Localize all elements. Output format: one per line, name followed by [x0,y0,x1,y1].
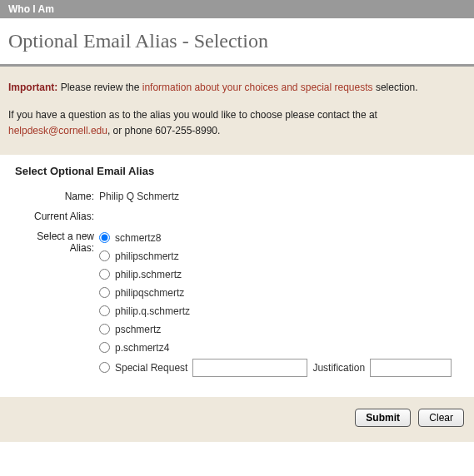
alias-option-label: philip.q.schmertz [115,304,190,319]
alias-radio[interactable] [99,287,110,298]
phone-tail: , or phone 607-255-8990. [107,125,220,136]
select-alias-label-line1: Select a new [37,231,94,242]
alias-option[interactable]: schmertz8 [99,231,459,245]
alias-option-label: philip.schmertz [115,267,182,282]
page-title: Optional Email Alias - Selection [8,30,466,52]
alias-radio[interactable] [99,232,110,243]
name-row: Name: Philip Q Schmertz [15,191,459,202]
important-label: Important: [8,82,57,93]
alias-option-label: pschmertz [115,322,161,337]
form-heading: Select Optional Email Alias [15,165,459,177]
button-bar: Submit Clear [0,397,474,442]
name-label: Name: [15,191,99,202]
important-lead: Please review the [57,82,142,93]
alias-option[interactable]: philipschmertz [99,249,459,264]
name-value: Philip Q Schmertz [99,191,459,202]
justification-input[interactable] [370,359,452,377]
alias-radio-group: schmertz8philipschmertzphilip.schmertzph… [99,231,459,377]
alias-option-label: philipqschmertz [115,285,184,300]
form-panel: Select Optional Email Alias Name: Philip… [8,155,466,397]
alias-radio[interactable] [99,250,110,261]
alias-option[interactable]: pschmertz [99,322,459,337]
submit-button[interactable]: Submit [355,409,411,427]
important-tail: selection. [373,82,418,93]
alias-radio[interactable] [99,342,110,353]
justification-label: Justification [312,362,365,374]
important-paragraph: Important: Please review the information… [8,80,466,96]
alias-option[interactable]: philip.schmertz [99,267,459,282]
current-alias-value [99,211,459,222]
alias-option-label: philipschmertz [115,249,179,264]
select-alias-row: Select a new Alias: schmertz8philipschme… [15,231,459,377]
alias-option-special-request[interactable]: Special RequestJustification [99,359,459,377]
alias-option[interactable]: philipqschmertz [99,285,459,300]
top-bar: Who I Am [0,0,474,18]
app-title: Who I Am [8,3,54,15]
alias-option-label: p.schmertz4 [115,340,169,355]
alias-radio[interactable] [99,305,110,316]
alias-radio[interactable] [99,269,110,280]
alias-option[interactable]: p.schmertz4 [99,340,459,355]
alias-option[interactable]: philip.q.schmertz [99,304,459,319]
select-alias-label: Select a new Alias: [15,231,99,254]
title-area: Optional Email Alias - Selection [0,18,474,64]
select-alias-label-line2: Alias: [70,242,94,254]
question-paragraph: If you have a question as to the alias y… [8,107,466,139]
alias-option-label: Special Request [115,362,187,374]
question-lead: If you have a question as to the alias y… [8,109,377,121]
current-alias-row: Current Alias: [15,211,459,222]
special-request-input[interactable] [192,359,307,377]
current-alias-label: Current Alias: [15,211,99,222]
choices-link[interactable]: information about your choices and speci… [142,82,373,93]
clear-button[interactable]: Clear [418,409,464,427]
info-block: Important: Please review the information… [0,67,474,155]
alias-radio[interactable] [99,324,110,335]
alias-option-label: schmertz8 [115,231,161,245]
helpdesk-email-link[interactable]: helpdesk@cornell.edu [8,125,107,136]
alias-radio[interactable] [99,362,110,373]
